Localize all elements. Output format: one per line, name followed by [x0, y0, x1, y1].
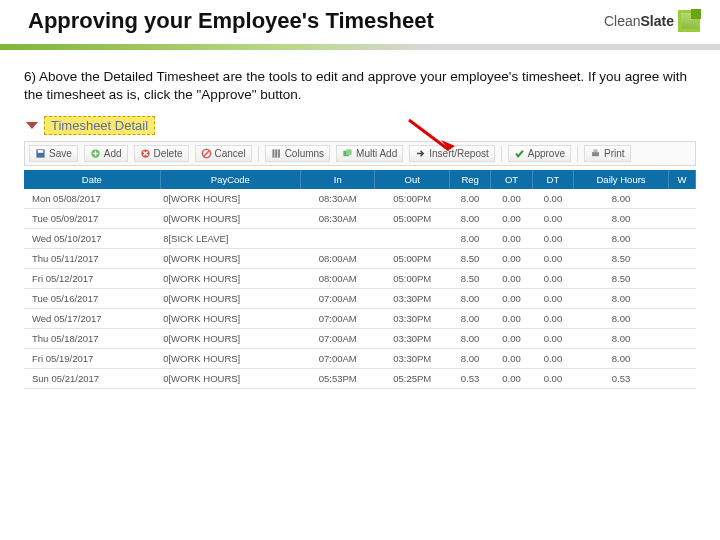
cell: [668, 309, 695, 329]
print-button[interactable]: Print: [584, 145, 631, 162]
cancel-button[interactable]: Cancel: [195, 145, 252, 162]
table-row[interactable]: Wed 05/17/20170[WORK HOURS]07:00AM03:30P…: [24, 309, 696, 329]
svg-line-7: [203, 151, 209, 157]
svg-rect-8: [272, 150, 274, 158]
delete-button[interactable]: Delete: [134, 145, 189, 162]
cell: [668, 189, 695, 209]
cell: 8.00: [449, 329, 490, 349]
svg-rect-13: [592, 153, 599, 157]
cell: [668, 229, 695, 249]
cell: 08:00AM: [301, 269, 375, 289]
cell: 07:00AM: [301, 349, 375, 369]
logo-text: CleanSlate: [604, 13, 674, 29]
cell: 0.00: [491, 229, 532, 249]
cell: 0.00: [491, 289, 532, 309]
table-row[interactable]: Thu 05/18/20170[WORK HOURS]07:00AM03:30P…: [24, 329, 696, 349]
cell: 0.00: [532, 229, 573, 249]
cell: Mon 05/08/2017: [24, 189, 160, 209]
save-button[interactable]: Save: [29, 145, 78, 162]
cell: Wed 05/17/2017: [24, 309, 160, 329]
cell: 0.00: [532, 189, 573, 209]
table-row[interactable]: Fri 05/12/20170[WORK HOURS]08:00AM05:00P…: [24, 269, 696, 289]
cell: 8[SICK LEAVE]: [160, 229, 300, 249]
cell: 8.50: [574, 249, 669, 269]
cell: 08:00AM: [301, 249, 375, 269]
cell: 0.00: [532, 369, 573, 389]
cell: 0[WORK HOURS]: [160, 269, 300, 289]
cell: 8.00: [449, 209, 490, 229]
cell: 8.50: [449, 269, 490, 289]
save-label: Save: [49, 148, 72, 159]
cell: Thu 05/18/2017: [24, 329, 160, 349]
svg-rect-12: [346, 150, 352, 156]
table-row[interactable]: Fri 05/19/20170[WORK HOURS]07:00AM03:30P…: [24, 349, 696, 369]
cell: [668, 249, 695, 269]
cell: Sun 05/21/2017: [24, 369, 160, 389]
instruction-text: 6) Above the Detailed Timesheet are the …: [0, 50, 720, 112]
cell: [668, 329, 695, 349]
multiadd-button[interactable]: Multi Add: [336, 145, 403, 162]
cell: 05:25PM: [375, 369, 449, 389]
chevron-down-icon[interactable]: [26, 122, 38, 129]
cell: 0.00: [491, 249, 532, 269]
column-header: W: [668, 170, 695, 189]
cell: Fri 05/19/2017: [24, 349, 160, 369]
table-row[interactable]: Sun 05/21/20170[WORK HOURS]05:53PM05:25P…: [24, 369, 696, 389]
toolbar-separator: [577, 146, 578, 162]
cell: 0[WORK HOURS]: [160, 289, 300, 309]
columns-button[interactable]: Columns: [265, 145, 330, 162]
svg-rect-10: [278, 150, 280, 158]
multiadd-label: Multi Add: [356, 148, 397, 159]
cell: 05:00PM: [375, 189, 449, 209]
cell: 08:30AM: [301, 209, 375, 229]
cell: 03:30PM: [375, 309, 449, 329]
cell: 0[WORK HOURS]: [160, 369, 300, 389]
cell: 05:00PM: [375, 249, 449, 269]
cell: 0[WORK HOURS]: [160, 209, 300, 229]
cell: 0.00: [491, 349, 532, 369]
insert-repost-button[interactable]: Insert/Repost: [409, 145, 494, 162]
cell: 03:30PM: [375, 289, 449, 309]
cell: Tue 05/16/2017: [24, 289, 160, 309]
cell: [375, 229, 449, 249]
add-label: Add: [104, 148, 122, 159]
cell: 8.00: [574, 189, 669, 209]
cell: 03:30PM: [375, 329, 449, 349]
cell: 0.00: [532, 209, 573, 229]
add-button[interactable]: Add: [84, 145, 128, 162]
cell: 8.00: [574, 229, 669, 249]
column-header: DT: [532, 170, 573, 189]
table-row[interactable]: Wed 05/10/20178[SICK LEAVE]8.000.000.008…: [24, 229, 696, 249]
approve-button[interactable]: Approve: [508, 145, 571, 162]
table-row[interactable]: Tue 05/09/20170[WORK HOURS]08:30AM05:00P…: [24, 209, 696, 229]
timesheet-table: DatePayCodeInOutRegOTDTDaily HoursW Mon …: [24, 170, 696, 389]
cell: [668, 209, 695, 229]
cell: 0[WORK HOURS]: [160, 189, 300, 209]
cell: 8.00: [449, 229, 490, 249]
svg-rect-3: [38, 151, 44, 154]
toolbar-separator: [258, 146, 259, 162]
cell: 0.00: [532, 289, 573, 309]
cell: 0.00: [491, 369, 532, 389]
cell: 0.53: [574, 369, 669, 389]
print-label: Print: [604, 148, 625, 159]
cell: 0.00: [491, 189, 532, 209]
svg-rect-14: [593, 150, 597, 153]
column-header: In: [301, 170, 375, 189]
cell: 05:53PM: [301, 369, 375, 389]
cell: 8.00: [574, 329, 669, 349]
insert-repost-label: Insert/Repost: [429, 148, 488, 159]
approve-label: Approve: [528, 148, 565, 159]
table-row[interactable]: Tue 05/16/20170[WORK HOURS]07:00AM03:30P…: [24, 289, 696, 309]
cell: 8.00: [574, 309, 669, 329]
table-row[interactable]: Mon 05/08/20170[WORK HOURS]08:30AM05:00P…: [24, 189, 696, 209]
table-row[interactable]: Thu 05/11/20170[WORK HOURS]08:00AM05:00P…: [24, 249, 696, 269]
toolbar-separator: [501, 146, 502, 162]
cell: 05:00PM: [375, 209, 449, 229]
cell: 8.00: [449, 349, 490, 369]
cell: 8.50: [574, 269, 669, 289]
column-header: Date: [24, 170, 160, 189]
cell: 07:00AM: [301, 329, 375, 349]
cell: 0.00: [532, 269, 573, 289]
timesheet-panel: Timesheet Detail Save Add Delete Cancel …: [24, 112, 696, 389]
